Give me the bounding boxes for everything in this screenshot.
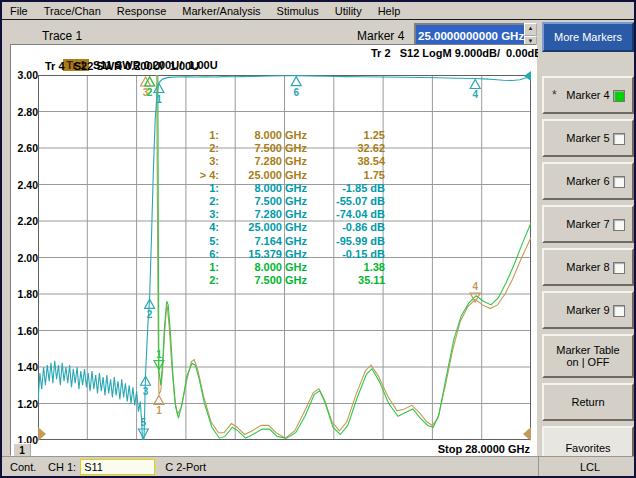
marker-2-label: 2 (147, 309, 153, 320)
readout-row-tr2: 3:7.280 GHz-74.04 dB (193, 208, 385, 221)
marker-6-button[interactable]: Marker 6 (542, 162, 634, 200)
readout-row-tr1: > 4:25.000 GHz1.75 (193, 169, 385, 182)
y-tick-label: 2.20 (12, 215, 38, 227)
softkey-label: Return (571, 396, 604, 408)
marker-5-label: 5 (141, 417, 147, 428)
status-bar: Cont. CH 1: S11 C 2-Port LCL (2, 456, 634, 477)
y-tick-label: 3.00 (12, 69, 38, 81)
checkbox-on-icon[interactable] (613, 90, 625, 102)
marker-1-label: 1 (156, 405, 162, 416)
y-tick-label: 2.40 (12, 179, 38, 191)
softkey-label: Marker 7 (566, 218, 609, 230)
marker-2-label: 2 (147, 87, 153, 98)
marker-7-button[interactable]: Marker 7 (542, 205, 634, 243)
plot-panel: Tr 1S11 SWR 0.200U/ 1.00U Tr 2 S12 LogM … (10, 44, 537, 456)
menu-bar: FileTrace/ChanResponseMarker/AnalysisSti… (2, 2, 634, 20)
readout-row-tr2: 2:7.500 GHz-55.07 dB (193, 195, 385, 208)
marker-1-label: 1 (156, 94, 162, 105)
menu-response[interactable]: Response (109, 4, 175, 18)
softkey-label: Marker 4 (566, 89, 609, 101)
readout-row-tr4: 1:8.000 GHz1.38 (193, 261, 385, 274)
y-tick-label: 1.40 (12, 361, 38, 373)
y-tick-label: 2.60 (12, 142, 38, 154)
menu-file[interactable]: File (2, 4, 36, 18)
marker-3-label: 3 (143, 386, 149, 397)
marker-5-triangle-icon (138, 429, 148, 438)
readout-row-tr1: 1:8.000 GHz1.25 (193, 129, 385, 142)
y-tick-label: 1.20 (12, 398, 38, 410)
marker-4-label: 4 (472, 281, 478, 292)
y-tick-label: 2.80 (12, 106, 38, 118)
checkbox-off-icon[interactable] (613, 262, 625, 274)
checkbox-off-icon[interactable] (613, 219, 625, 231)
softkey-label: Marker 5 (566, 132, 609, 144)
menu-stimulus[interactable]: Stimulus (269, 4, 327, 18)
menu-trace-chan[interactable]: Trace/Chan (36, 4, 109, 18)
status-divider (538, 457, 539, 477)
calibration-status: C 2-Port (165, 461, 206, 473)
ref-arrow-left-icon (38, 427, 46, 441)
checkbox-off-icon[interactable] (613, 133, 625, 145)
readout-row-tr2: 5:7.164 GHz-95.99 dB (193, 235, 385, 248)
marker-8-button[interactable]: Marker 8 (542, 248, 634, 286)
x-axis-stop-label: Stop 28.0000 GHz (438, 443, 530, 455)
marker-6-triangle-icon (291, 77, 301, 86)
ref-arrow-top-icon (524, 71, 531, 81)
y-tick-label: 1.80 (12, 288, 38, 300)
softkey-label: Marker 6 (566, 175, 609, 187)
checkbox-off-icon[interactable] (613, 305, 625, 317)
menu-help[interactable]: Help (370, 4, 409, 18)
softkey-label: Marker 8 (566, 261, 609, 273)
softkey-label: Marker 9 (566, 304, 609, 316)
softkey-label: Marker Tableon | OFF (556, 344, 619, 368)
readout-row-tr1: 2:7.500 GHz32.62 (193, 142, 385, 155)
channel-status-label: CH 1: (48, 461, 76, 473)
sweep-mode-status: Cont. (10, 461, 46, 473)
readout-row-tr1: 3:7.280 GHz38.54 (193, 155, 385, 168)
y-tick-label: 2.00 (12, 252, 38, 264)
marker-4-button[interactable]: Marker 4* (542, 76, 634, 114)
marker-field-label: Marker 4 (357, 29, 404, 43)
y-tick-label: 1.60 (12, 325, 38, 337)
marker-readout-table: 1:8.000 GHz1.252:7.500 GHz32.623:7.280 G… (193, 129, 385, 287)
readout-row-tr2: 1:8.000 GHz-1.85 dB (193, 182, 385, 195)
return-button[interactable]: Return (542, 383, 634, 421)
stepper-up-button[interactable]: ▲ (524, 23, 537, 36)
softkey-sidebar: More Markers Marker 4*Marker 5Marker 6Ma… (538, 20, 636, 454)
marker-1-label: 1 (156, 349, 162, 360)
marker-5-button[interactable]: Marker 5 (542, 119, 634, 157)
marker-table-button[interactable]: Marker Tableon | OFF (542, 334, 634, 378)
checkbox-off-icon[interactable] (613, 176, 625, 188)
menu-marker-analysis[interactable]: Marker/Analysis (174, 4, 268, 18)
more-markers-button[interactable]: More Markers (542, 22, 634, 52)
ref-arrow-right-icon (523, 427, 531, 441)
trace2-legend[interactable]: Tr 2 S12 LogM 9.000dB/ 0.00dB (371, 47, 542, 59)
marker-4-label: 4 (472, 89, 478, 100)
marker-9-button[interactable]: Marker 9 (542, 291, 634, 329)
marker-6-label: 6 (293, 87, 299, 98)
active-marker-asterisk: * (552, 88, 557, 102)
marker-4-triangle-icon (470, 79, 480, 88)
readout-row-tr2: 6:15.379 GHz-0.15 dB (193, 248, 385, 261)
readout-row-tr4: 2:7.500 GHz35.11 (193, 274, 385, 287)
softkey-label: Favorites (565, 442, 610, 454)
local-remote-status: LCL (562, 461, 618, 473)
vna-application-window: FileTrace/ChanResponseMarker/AnalysisSti… (0, 0, 636, 478)
measurement-status-field[interactable]: S11 (80, 459, 155, 475)
readout-row-tr2: 4:25.000 GHz-0.86 dB (193, 221, 385, 234)
menu-utility[interactable]: Utility (327, 4, 370, 18)
trace-title: Trace 1 (42, 29, 82, 43)
trace4-legend[interactable]: Tr 4 S22 SWR 0.200U/ 1.00U (45, 60, 199, 72)
